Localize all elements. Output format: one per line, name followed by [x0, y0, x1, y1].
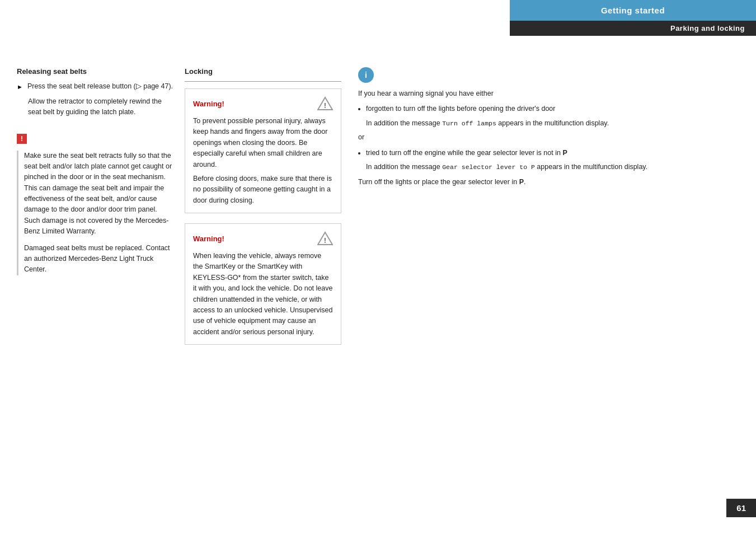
- bullet-item-engine: tried to turn off the engine while the g…: [366, 148, 739, 173]
- note-content: Make sure the seat belt retracts fully s…: [17, 151, 173, 275]
- bullet-lights-sub2: appears in the multifunction display.: [498, 119, 609, 127]
- right-footer-text1: Turn off the lights or place the gear se…: [358, 178, 517, 186]
- red-exclamation-icon: !: [17, 134, 27, 144]
- right-footer-bold: P: [519, 178, 524, 186]
- instruction-text: Allow the retractor to completely rewind…: [28, 96, 173, 118]
- warning-label-2: Warning!: [193, 235, 224, 243]
- warning-header-2: Warning! !: [193, 231, 333, 246]
- turn-off-lamps-mono: Turn off lamps: [442, 120, 496, 127]
- bullet-lights-text: forgotten to turn off the lights before …: [366, 105, 555, 113]
- warning-text-1b: Before closing doors, make sure that the…: [193, 174, 333, 206]
- bullet-lights-sub: In addition the message Turn off lamps a…: [366, 118, 739, 129]
- svg-text:!: !: [324, 236, 326, 245]
- warning-label-1: Warning!: [193, 100, 224, 108]
- warning-box-1: Warning! ! To prevent possible personal …: [185, 88, 341, 213]
- header-area: Getting started Parking and locking: [510, 0, 756, 36]
- right-bullet-list: forgotten to turn off the lights before …: [366, 104, 739, 172]
- warning-triangle-icon-1: !: [317, 96, 333, 111]
- bullet-engine-p-bold: P: [562, 149, 567, 157]
- section-title: Parking and locking: [510, 21, 756, 36]
- warning-text-1: To prevent possible personal injury, alw…: [193, 116, 333, 206]
- note-row: !: [17, 126, 173, 148]
- warning-box-2: Warning! ! When leaving the vehicle, alw…: [185, 223, 341, 345]
- right-intro-text: If you hear a warning signal you have ei…: [358, 88, 739, 99]
- section-divider: [185, 81, 341, 82]
- warning-text-2a: When leaving the vehicle, always remove …: [193, 251, 333, 338]
- warning-text-2: When leaving the vehicle, always remove …: [193, 251, 333, 338]
- bullet-item-lights: forgotten to turn off the lights before …: [366, 104, 739, 143]
- bullet-engine-sub2: appears in the multifunction display.: [537, 163, 647, 171]
- bullet-item-belt: ► Press the seat belt release button (▷ …: [17, 81, 173, 92]
- note-text-2: Damaged seat belts must be replaced. Con…: [24, 243, 173, 275]
- bullet-lights-sub1: In addition the message: [366, 119, 440, 127]
- gear-selector-mono: Gear selector lever to P: [442, 163, 535, 171]
- bullet-arrow-icon: ►: [17, 82, 23, 92]
- chapter-title: Getting started: [510, 0, 756, 21]
- right-footer-text: Turn off the lights or place the gear se…: [358, 177, 739, 188]
- or-label: or: [358, 132, 739, 143]
- left-section-heading: Releasing seat belts: [17, 67, 173, 76]
- info-icon: i: [358, 67, 374, 83]
- warning-text-1a: To prevent possible personal injury, alw…: [193, 116, 333, 170]
- warning-header-1: Warning! !: [193, 96, 333, 111]
- bullet-engine-text: tried to turn off the engine while the g…: [366, 149, 561, 157]
- page-number: 61: [726, 499, 756, 517]
- note-text-1: Make sure the seat belt retracts fully s…: [24, 151, 173, 237]
- svg-text:!: !: [324, 101, 326, 110]
- right-column: i If you hear a warning signal you have …: [353, 67, 739, 355]
- note-body: Make sure the seat belt retracts fully s…: [24, 151, 173, 275]
- warning-triangle-icon-2: !: [317, 231, 333, 246]
- middle-section-heading: Locking: [185, 67, 341, 76]
- bullet-item-belt-text: Press the seat belt release button (▷ pa…: [27, 81, 173, 92]
- bullet-engine-sub1: In addition the message: [366, 163, 440, 171]
- right-footer-text2: .: [524, 178, 525, 186]
- left-border-decoration: [17, 151, 18, 275]
- main-content: Releasing seat belts ► Press the seat be…: [0, 67, 756, 355]
- middle-column: Locking Warning! ! To prevent possible p…: [185, 67, 341, 355]
- bullet-engine-sub: In addition the message Gear selector le…: [366, 162, 739, 172]
- left-column: Releasing seat belts ► Press the seat be…: [17, 67, 173, 355]
